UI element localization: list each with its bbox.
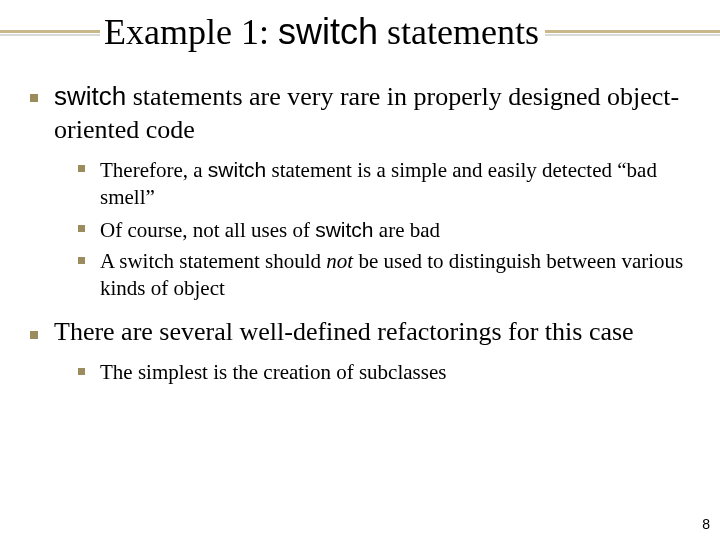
square-bullet-icon — [78, 165, 85, 172]
page-number: 8 — [702, 516, 710, 532]
square-bullet-icon — [30, 331, 38, 339]
bullet-lvl2: Therefore, a switch statement is a simpl… — [78, 156, 690, 212]
bullet-lvl1: There are several well-defined refactori… — [30, 316, 690, 349]
slide-title: Example 1: switch statements — [100, 10, 545, 54]
slide-body: switch statements are very rare in prope… — [30, 80, 690, 400]
bullet-text: switch statements are very rare in prope… — [54, 82, 679, 144]
title-block: Example 1: switch statements — [0, 10, 720, 70]
square-bullet-icon — [30, 94, 38, 102]
title-keyword: switch — [278, 11, 378, 52]
title-pre: Example 1: — [104, 12, 278, 52]
square-bullet-icon — [78, 225, 85, 232]
bullet-text: Therefore, a switch statement is a simpl… — [100, 158, 657, 209]
sub-bullet-group: The simplest is the creation of subclass… — [78, 359, 690, 386]
bullet-text: A switch statement should not be used to… — [100, 249, 683, 300]
title-post: statements — [378, 12, 539, 52]
square-bullet-icon — [78, 368, 85, 375]
slide: Example 1: switch statements switch stat… — [0, 0, 720, 540]
bullet-text: Of course, not all uses of switch are ba… — [100, 218, 440, 242]
bullet-lvl2: Of course, not all uses of switch are ba… — [78, 216, 690, 244]
bullet-text: There are several well-defined refactori… — [54, 317, 634, 346]
bullet-text: The simplest is the creation of subclass… — [100, 360, 446, 384]
square-bullet-icon — [78, 257, 85, 264]
bullet-lvl2: The simplest is the creation of subclass… — [78, 359, 690, 386]
bullet-lvl1: switch statements are very rare in prope… — [30, 80, 690, 146]
sub-bullet-group: Therefore, a switch statement is a simpl… — [78, 156, 690, 302]
bullet-lvl2: A switch statement should not be used to… — [78, 248, 690, 303]
